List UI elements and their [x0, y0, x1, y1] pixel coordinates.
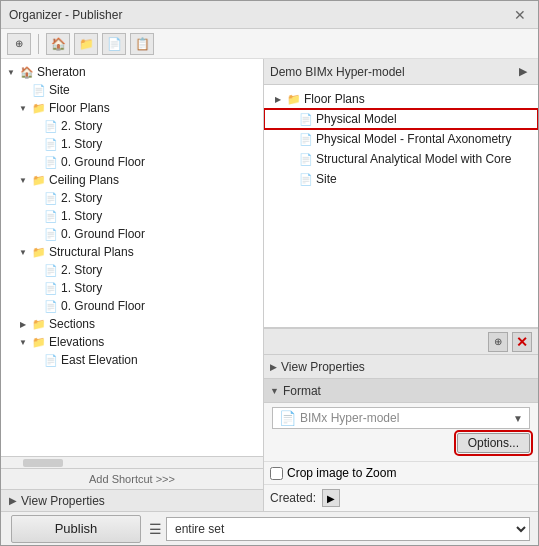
left-scrollbar[interactable]	[1, 456, 263, 468]
tree-item-ground-floor[interactable]: 📄 0. Ground Floor	[1, 153, 263, 171]
right-toggle-floor-plans[interactable]: ▶	[272, 93, 284, 105]
label-sections: Sections	[49, 317, 95, 331]
crop-label: Crop image to Zoom	[287, 466, 396, 480]
toolbar-copy-btn[interactable]: 📋	[130, 33, 154, 55]
left-view-properties-section[interactable]: ▶ View Properties	[1, 489, 263, 511]
right-toggle-physical-model	[284, 113, 296, 125]
tree-item-struct-story1[interactable]: 📄 1. Story	[1, 279, 263, 297]
toolbar-new-btn[interactable]: ⊕	[7, 33, 31, 55]
label-ceiling-ground: 0. Ground Floor	[61, 227, 145, 241]
created-arrow-btn[interactable]: ▶	[322, 489, 340, 507]
format-dropdown-label: BIMx Hyper-model	[300, 411, 513, 425]
window-close-button[interactable]: ✕	[510, 7, 530, 23]
icon-struct-ground: 📄	[43, 298, 59, 314]
add-shortcut-bar[interactable]: Add Shortcut >>>	[1, 468, 263, 489]
label-struct-ground: 0. Ground Floor	[61, 299, 145, 313]
label-ground-floor: 0. Ground Floor	[61, 155, 145, 169]
main-toolbar: ⊕ 🏠 📁 📄 📋	[1, 29, 538, 59]
bimx-arrow-btn[interactable]: ▶	[514, 63, 532, 81]
right-icon-site: 📄	[298, 171, 314, 187]
toolbar-home-btn[interactable]: 🏠	[46, 33, 70, 55]
created-label: Created:	[270, 491, 316, 505]
label-struct-story2: 2. Story	[61, 263, 102, 277]
right-tree: ▶ 📁 Floor Plans 📄 Physical Model	[264, 85, 538, 327]
tree-item-ceiling-story2[interactable]: 📄 2. Story	[1, 189, 263, 207]
options-row: Options...	[272, 433, 530, 453]
toggle-ceiling-plans[interactable]: ▼	[17, 174, 29, 186]
icon-elevations: 📁	[31, 334, 47, 350]
label-east-elevation: East Elevation	[61, 353, 138, 367]
right-tree-floor-plans[interactable]: ▶ 📁 Floor Plans	[264, 89, 538, 109]
toggle-sheraton[interactable]: ▼	[5, 66, 17, 78]
tree-item-story2[interactable]: 📄 2. Story	[1, 117, 263, 135]
view-properties-section-header[interactable]: ▶ View Properties	[264, 355, 538, 379]
toggle-ceiling-story1	[29, 210, 41, 222]
crop-row: Crop image to Zoom	[264, 461, 538, 484]
toggle-ceiling-story2	[29, 192, 41, 204]
created-row: Created: ▶	[264, 484, 538, 511]
tree-item-site[interactable]: 📄 Site	[1, 81, 263, 99]
left-view-props-toggle-icon: ▶	[9, 495, 17, 506]
icon-east-elevation: 📄	[43, 352, 59, 368]
tree-item-ceiling-plans[interactable]: ▼ 📁 Ceiling Plans	[1, 171, 263, 189]
tree-item-sections[interactable]: ▶ 📁 Sections	[1, 315, 263, 333]
label-story2: 2. Story	[61, 119, 102, 133]
left-tree: ▼ 🏠 Sheraton 📄 Site ▼ 📁 Floor Plans	[1, 59, 263, 456]
label-structural-plans: Structural Plans	[49, 245, 134, 259]
entire-set-select[interactable]: entire set	[166, 517, 530, 541]
toggle-floor-plans[interactable]: ▼	[17, 102, 29, 114]
icon-ceiling-story2: 📄	[43, 190, 59, 206]
toggle-elevations[interactable]: ▼	[17, 336, 29, 348]
toggle-story2	[29, 120, 41, 132]
right-tree-structural-analytical[interactable]: 📄 Structural Analytical Model with Core	[264, 149, 538, 169]
view-properties-section-label: View Properties	[281, 360, 365, 374]
tree-item-struct-story2[interactable]: 📄 2. Story	[1, 261, 263, 279]
right-tree-physical-frontal[interactable]: 📄 Physical Model - Frontal Axonometry	[264, 129, 538, 149]
title-bar: Organizer - Publisher ✕	[1, 1, 538, 29]
tree-item-floor-plans[interactable]: ▼ 📁 Floor Plans	[1, 99, 263, 117]
toggle-east-elevation	[29, 354, 41, 366]
tree-item-ceiling-ground[interactable]: 📄 0. Ground Floor	[1, 225, 263, 243]
icon-ceiling-story1: 📄	[43, 208, 59, 224]
right-label-structural-analytical: Structural Analytical Model with Core	[316, 152, 511, 166]
format-dropdown-icon: 📄	[279, 410, 296, 426]
toolbar-folder-btn[interactable]: 📁	[74, 33, 98, 55]
tree-item-ceiling-story1[interactable]: 📄 1. Story	[1, 207, 263, 225]
icon-sections: 📁	[31, 316, 47, 332]
right-label-floor-plans: Floor Plans	[304, 92, 365, 106]
right-tree-physical-model[interactable]: 📄 Physical Model	[264, 109, 538, 129]
icon-struct-story1: 📄	[43, 280, 59, 296]
organizer-publisher-window: Organizer - Publisher ✕ ⊕ 🏠 📁 📄 📋 ▼ 🏠 Sh…	[0, 0, 539, 546]
publish-button[interactable]: Publish	[11, 515, 141, 543]
crop-checkbox-area: Crop image to Zoom	[270, 466, 396, 480]
bimx-label: Demo BIMx Hyper-model	[270, 65, 405, 79]
tree-item-sheraton[interactable]: ▼ 🏠 Sheraton	[1, 63, 263, 81]
format-dropdown-arrow-icon: ▼	[513, 413, 523, 424]
toggle-story1	[29, 138, 41, 150]
icon-story2: 📄	[43, 118, 59, 134]
tree-item-story1[interactable]: 📄 1. Story	[1, 135, 263, 153]
right-icon-physical-model: 📄	[298, 111, 314, 127]
tree-item-structural-plans[interactable]: ▼ 📁 Structural Plans	[1, 243, 263, 261]
crop-checkbox[interactable]	[270, 467, 283, 480]
tree-item-elevations[interactable]: ▼ 📁 Elevations	[1, 333, 263, 351]
options-button[interactable]: Options...	[457, 433, 530, 453]
right-close-btn[interactable]: ✕	[512, 332, 532, 352]
toggle-struct-story1	[29, 282, 41, 294]
toolbar-file-btn[interactable]: 📄	[102, 33, 126, 55]
label-story1: 1. Story	[61, 137, 102, 151]
toggle-site	[17, 84, 29, 96]
tree-item-struct-ground[interactable]: 📄 0. Ground Floor	[1, 297, 263, 315]
tree-item-east-elevation[interactable]: 📄 East Elevation	[1, 351, 263, 369]
icon-story1: 📄	[43, 136, 59, 152]
format-section-header[interactable]: ▼ Format	[264, 379, 538, 403]
right-add-btn[interactable]: ⊕	[488, 332, 508, 352]
icon-ceiling-plans: 📁	[31, 172, 47, 188]
right-tree-site[interactable]: 📄 Site	[264, 169, 538, 189]
label-floor-plans: Floor Plans	[49, 101, 110, 115]
toggle-structural-plans[interactable]: ▼	[17, 246, 29, 258]
format-dropdown[interactable]: 📄 BIMx Hyper-model ▼	[272, 407, 530, 429]
bottom-bar: Publish ☰ entire set	[1, 511, 538, 545]
toggle-sections[interactable]: ▶	[17, 318, 29, 330]
label-struct-story1: 1. Story	[61, 281, 102, 295]
